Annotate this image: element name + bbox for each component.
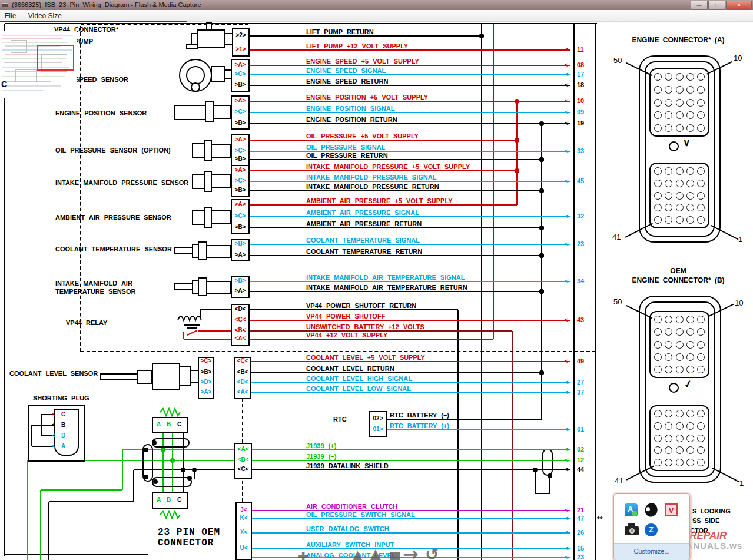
pin-letter: <A< bbox=[238, 446, 249, 452]
menu-file[interactable]: File bbox=[0, 11, 21, 21]
maximize-button[interactable]: □ bbox=[708, 1, 725, 10]
customize-link[interactable]: Customize... bbox=[633, 548, 669, 555]
wire-label: OIL PRESSURE SWITCH SIGNAL bbox=[306, 511, 415, 518]
label: < bbox=[52, 443, 55, 449]
close-button[interactable]: ✕ bbox=[726, 1, 752, 10]
wire-label: RTC BATTERY (−) bbox=[390, 412, 449, 419]
pin-hole bbox=[665, 353, 672, 361]
pin-hole bbox=[686, 86, 694, 94]
wire-line bbox=[251, 392, 570, 393]
wire-segment bbox=[187, 327, 197, 329]
wire-label: AMBIENT AIR PRESSURE SIGNAL bbox=[306, 209, 419, 216]
junction-dot bbox=[187, 476, 192, 481]
junction-dot bbox=[181, 468, 185, 472]
pin-letter: <B< bbox=[238, 456, 249, 463]
ecm-pin-number: 43 bbox=[577, 316, 584, 323]
screen-capture-icon[interactable] bbox=[625, 523, 638, 536]
zalo-icon[interactable]: Z bbox=[645, 523, 658, 536]
wire-segment bbox=[122, 450, 123, 490]
pin-hole bbox=[654, 99, 662, 107]
player-control-icon[interactable]: ↺ bbox=[425, 545, 439, 560]
label: A bbox=[61, 443, 65, 449]
translator-icon[interactable]: A bbox=[625, 503, 638, 516]
pin-arrow-icon: < bbox=[565, 61, 568, 68]
diagram-minimap[interactable]: C bbox=[0, 31, 77, 98]
junction-dot bbox=[153, 479, 158, 484]
pin-arrow-icon: < bbox=[565, 389, 568, 396]
pin-hole bbox=[686, 353, 694, 361]
pin-arrow-icon: < bbox=[565, 456, 568, 463]
pin-letter: >1> bbox=[235, 46, 246, 52]
player-control-icon[interactable]: ▲ bbox=[369, 544, 383, 560]
junction-dot bbox=[548, 473, 552, 478]
junction-dot bbox=[479, 34, 484, 38]
wire-label: AIR CONDITIONER CLUTCH bbox=[306, 503, 397, 510]
pin-hole bbox=[676, 316, 684, 323]
connector-title: OEM bbox=[670, 267, 686, 275]
ecm-pin-number: 27 bbox=[577, 379, 584, 386]
pin-number-label: 1 bbox=[738, 236, 742, 244]
wire-segment bbox=[2, 85, 61, 87]
pin-hole bbox=[654, 422, 662, 430]
pin-letter: X< bbox=[240, 529, 248, 535]
wire-line bbox=[387, 419, 542, 420]
junction-dot bbox=[515, 168, 519, 173]
pin-letter: U< bbox=[240, 545, 247, 551]
player-control-icon[interactable]: ■ bbox=[389, 548, 402, 560]
pin-hole bbox=[676, 167, 684, 175]
pin-arrow-icon: < bbox=[565, 120, 568, 127]
pin-hole bbox=[697, 435, 705, 442]
player-control-icon[interactable]: ▲ bbox=[352, 547, 363, 560]
minimize-button[interactable]: — bbox=[691, 1, 708, 10]
pin-letter: >A> bbox=[235, 251, 246, 258]
junction-dot bbox=[539, 188, 544, 193]
menu-video-size[interactable]: Video Size bbox=[24, 11, 67, 21]
pin-letter: <C< bbox=[237, 357, 248, 364]
wire-segment bbox=[2, 35, 72, 36]
wire-label: INTAKE MANIFOLD AIR TEMPERATURE SIGNAL bbox=[306, 274, 465, 281]
pin-arrow-icon: < bbox=[565, 108, 568, 115]
window-system-icon[interactable] bbox=[2, 3, 8, 7]
wire-segment bbox=[512, 331, 513, 560]
ecm-pin-number: 23 bbox=[577, 240, 584, 247]
mouse-utility-icon[interactable] bbox=[642, 501, 659, 518]
pin-hole bbox=[686, 216, 694, 224]
pin-letter: <D< bbox=[237, 379, 248, 385]
pin-letter: <B< bbox=[235, 327, 246, 333]
pin-hole bbox=[676, 366, 684, 373]
label: CONNECTOR bbox=[158, 538, 214, 549]
v-checker-icon[interactable]: V bbox=[665, 503, 678, 516]
pin-arrow-icon: < bbox=[565, 357, 568, 365]
wire-line bbox=[250, 339, 493, 340]
pin-hole bbox=[686, 446, 694, 454]
title-bar: (3666325)_ISB_23_Pin_Wiring_Diagram - Fl… bbox=[0, 0, 753, 11]
wire-segment bbox=[595, 24, 596, 560]
wire-line bbox=[252, 460, 570, 461]
pin-arrow-icon: < bbox=[565, 46, 568, 53]
pin-hole bbox=[686, 180, 694, 187]
outline-shape bbox=[213, 105, 231, 119]
label: 23 PIN OEM bbox=[158, 528, 220, 538]
pin-hole bbox=[697, 180, 705, 187]
pin-letter: >B> bbox=[235, 81, 246, 88]
player-control-icon[interactable]: → bbox=[403, 543, 419, 560]
pin-hole bbox=[686, 192, 694, 200]
player-control-icon[interactable]: ✚ bbox=[298, 549, 309, 560]
pin-hole bbox=[697, 124, 705, 132]
outline-shape bbox=[211, 144, 231, 158]
pin-arrow-icon: < bbox=[565, 97, 568, 104]
label: A bbox=[157, 421, 161, 428]
label: < bbox=[52, 411, 55, 417]
junction-dot bbox=[144, 448, 148, 452]
outline-shape bbox=[54, 409, 79, 456]
outline-shape bbox=[197, 29, 225, 48]
ecm-pin-number: 21 bbox=[577, 506, 584, 513]
outline-shape bbox=[191, 33, 198, 45]
junction-dot bbox=[170, 458, 175, 463]
keyway-circle-icon bbox=[669, 141, 679, 151]
outline-shape bbox=[192, 210, 205, 225]
wire-line bbox=[250, 281, 570, 282]
wire-segment bbox=[80, 26, 81, 352]
wire-segment bbox=[184, 324, 200, 326]
divider bbox=[0, 21, 187, 22]
